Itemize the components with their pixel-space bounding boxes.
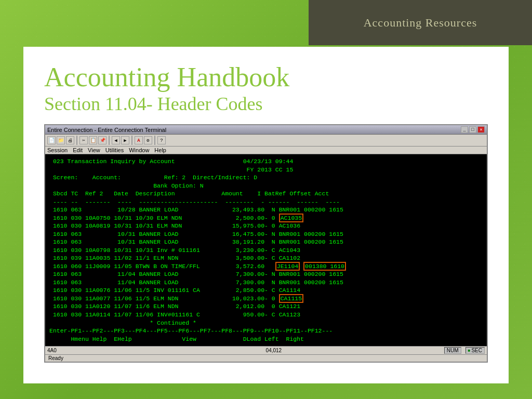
highlight-ca1115: CA1115: [279, 294, 303, 303]
data-row-5: 1610 063 10/31 BANNER LOAD 38,191.20 N B…: [49, 238, 483, 246]
data-row-3: 1610 030 10A0819 10/31 10/31 ELM NDN 15,…: [49, 222, 483, 230]
minimize-button[interactable]: _: [461, 126, 468, 133]
menu-edit[interactable]: Edit: [73, 147, 83, 153]
toolbar-icon-question[interactable]: ?: [157, 136, 166, 144]
screen-line-help: Hmenu Help EHelp View DLoad Left Right: [49, 335, 483, 343]
menu-view[interactable]: View: [88, 147, 100, 153]
menu-help[interactable]: Help: [154, 147, 166, 153]
screen-line-ref: Screen: Account: Ref: 2 Direct/Indirect:…: [49, 174, 483, 182]
toolbar-icon-copy[interactable]: 📋: [89, 136, 97, 144]
main-title: Accounting Handbook: [44, 62, 488, 92]
data-row-7: 1610 039 11A0035 11/02 11/1 ELM NDN 3,50…: [49, 254, 483, 262]
toolbar-icon-a[interactable]: A: [135, 136, 143, 144]
terminal-toolbar: 📄 📁 🖨 ✂ 📋 📌 ◀ ▶ A ⚙ ?: [45, 135, 487, 147]
highlight-ac1035: AC1035: [279, 214, 303, 222]
terminal-title-bar: Entire Connection - Entire Connection Te…: [45, 125, 487, 135]
toolbar-separator-2: [109, 136, 110, 145]
data-row-14: 1610 030 11A0114 11/07 11/06 INV#011161 …: [49, 311, 483, 319]
data-row-9: 1610 063 11/04 BANNER LOAD 7,300.00- N B…: [49, 270, 483, 278]
close-button[interactable]: ✕: [477, 126, 485, 133]
highlight-001380: 001380 1610: [303, 262, 346, 271]
terminal-controls: _ □ ✕: [461, 126, 485, 133]
terminal-window: Entire Connection - Entire Connection Te…: [44, 124, 488, 363]
status-right: NUM ■ SEC: [444, 347, 485, 354]
terminal-status-bar: 4A0 04,012 NUM ■ SEC: [45, 346, 487, 354]
screen-line-bank: Bank Option: N: [49, 182, 483, 190]
toolbar-icon-fwd[interactable]: ▶: [121, 136, 129, 144]
data-row-11: 1610 030 11A0076 11/06 11/5 INV 011161 C…: [49, 286, 483, 295]
toolbar-icon-print[interactable]: 🖨: [66, 136, 74, 144]
status-mode: 4A0: [47, 348, 57, 353]
screen-line-colheader: Sbcd TC Ref 2 Date Description Amount I …: [49, 190, 483, 198]
toolbar-separator-1: [76, 136, 77, 145]
terminal-screen: 023 Transaction Inquiry by Account 04/23…: [45, 154, 487, 346]
menu-utilities[interactable]: Utilities: [105, 147, 124, 153]
screen-line-continued: * Continued *: [49, 319, 483, 327]
menu-window[interactable]: Window: [129, 147, 149, 153]
slide-content: Accounting Handbook Section 11.04- Heade…: [23, 47, 509, 383]
data-row-12: 1610 030 11A0077 11/06 11/5 ELM NDN 10,0…: [49, 295, 483, 303]
data-row-13: 1610 030 11A0120 11/07 11/6 ELM NDN 2,01…: [49, 302, 483, 311]
toolbar-icon-paste[interactable]: 📌: [98, 136, 107, 144]
screen-line-pf: Enter-PF1---PF2---PF3---PF4---PF5---PF6-…: [49, 327, 483, 335]
terminal-menu-bar: Session Edit View Utilities Window Help: [45, 147, 487, 154]
toolbar-separator-4: [154, 136, 155, 145]
sub-title: Section 11.04- Header Codes: [44, 93, 488, 115]
toolbar-icon-settings[interactable]: ⚙: [144, 136, 152, 144]
ready-text: Ready: [48, 355, 63, 361]
data-row-8: 1610 060 11J0009 11/05 BTWN B ON TIME/FF…: [49, 262, 483, 271]
status-num-indicator: NUM: [444, 347, 461, 354]
header-title: Accounting Resources: [364, 16, 477, 30]
screen-line-header2: FY 2013 CC 15: [49, 166, 483, 174]
screen-line-header1: 023 Transaction Inquiry by Account 04/23…: [49, 157, 483, 166]
highlight-je1104: JE1104: [275, 262, 300, 271]
toolbar-icon-2[interactable]: 📁: [57, 136, 65, 144]
toolbar-icon-cut[interactable]: ✂: [79, 136, 88, 144]
screen-line-sep: ---- -- ------- ---- -------------------…: [49, 198, 483, 206]
status-position: 04,012: [266, 348, 282, 353]
toolbar-icon-1[interactable]: 📄: [47, 136, 56, 144]
data-row-1: 1610 063 10/28 BANNER LOAD 23,493.80 N B…: [49, 206, 483, 214]
status-sec-indicator: ■ SEC: [466, 347, 485, 354]
toolbar-icon-back[interactable]: ◀: [112, 136, 120, 144]
status-left: 4A0 04,012: [47, 348, 282, 353]
toolbar-separator-3: [131, 136, 132, 145]
menu-session[interactable]: Session: [47, 147, 68, 153]
data-row-6: 1610 030 10A0798 10/31 10/31 Inv # 01116…: [49, 246, 483, 255]
data-row-2: 1610 030 10A0750 10/31 10/30 ELM NDN 2,5…: [49, 214, 483, 222]
maximize-button[interactable]: □: [469, 126, 476, 133]
ready-bar: Ready: [45, 354, 487, 362]
header-bar: Accounting Resources: [309, 0, 532, 45]
data-row-4: 1610 063 10/31 BANNER LOAD 16,475.00- N …: [49, 230, 483, 238]
terminal-title-text: Entire Connection - Entire Connection Te…: [47, 127, 166, 133]
data-row-10: 1610 063 11/04 BANNER LOAD 7,300.00 N BN…: [49, 278, 483, 287]
